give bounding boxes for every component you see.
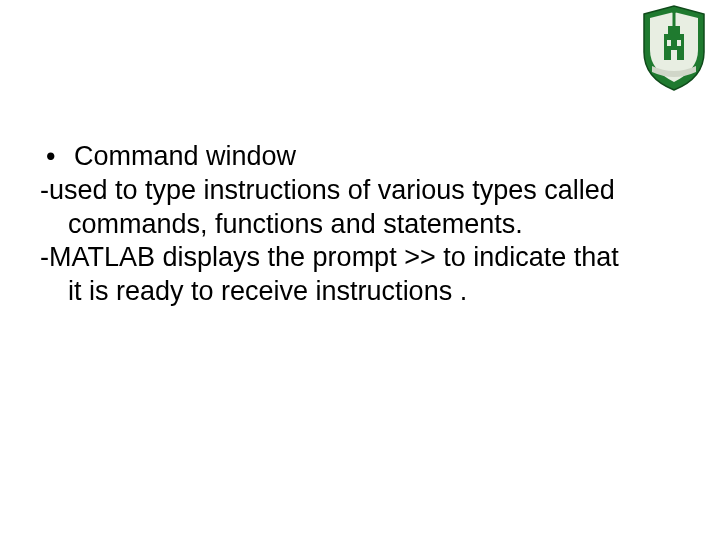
dash-text-line2: it is ready to receive instructions . [40, 275, 660, 309]
svg-rect-5 [677, 40, 681, 46]
slide-body: • Command window -used to type instructi… [40, 140, 660, 309]
bullet-item: • Command window [40, 140, 660, 174]
dash-item-2: -MATLAB displays the prompt >> to indica… [40, 241, 660, 309]
dash-text-line1: MATLAB displays the prompt >> to indicat… [49, 241, 660, 275]
svg-rect-6 [671, 50, 677, 60]
dash-text-line1: used to type instructions of various typ… [49, 174, 660, 208]
university-crest-logo [638, 4, 710, 92]
dash-text-line2: commands, functions and statements. [40, 208, 660, 242]
bullet-mark: • [40, 140, 74, 174]
dash-item-1: -used to type instructions of various ty… [40, 174, 660, 242]
svg-rect-4 [667, 40, 671, 46]
svg-point-3 [671, 7, 677, 13]
bullet-text: Command window [74, 140, 660, 174]
svg-rect-1 [668, 26, 680, 36]
dash-mark: - [40, 241, 49, 275]
dash-mark: - [40, 174, 49, 208]
